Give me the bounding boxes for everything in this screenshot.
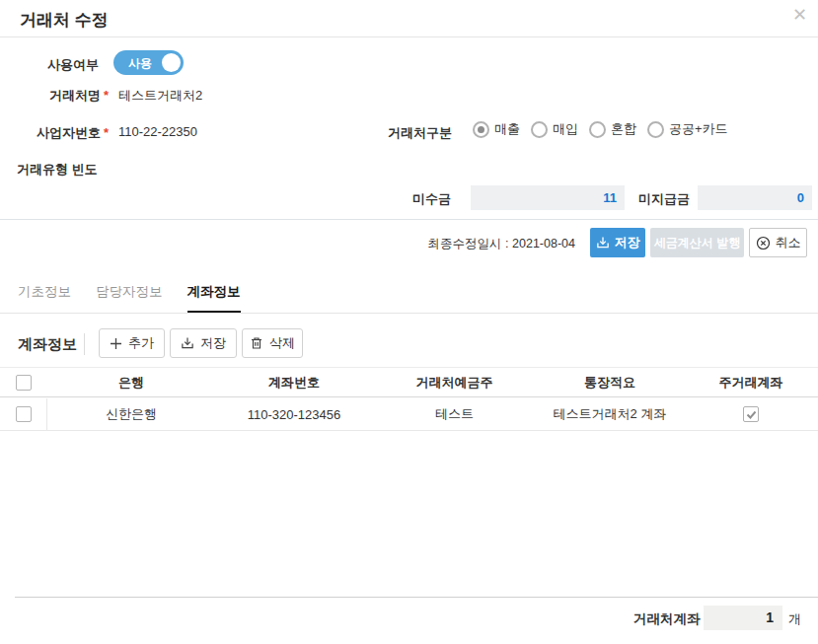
tab-account-info[interactable]: 계좌정보 — [187, 283, 241, 314]
plus-icon — [110, 337, 122, 350]
save-account-button[interactable]: 저장 — [170, 328, 237, 358]
radio-unselected-icon — [531, 121, 548, 138]
form-divider — [0, 219, 818, 220]
cancel-button-label: 취소 — [776, 234, 801, 251]
radio-sales[interactable]: 매출 — [473, 120, 520, 138]
page-title: 거래처 수정 — [20, 9, 109, 32]
delete-button-label: 삭제 — [269, 334, 295, 352]
last-modified-label: 최종수정일시 : — [428, 237, 509, 250]
download-icon — [596, 236, 610, 250]
radio-label: 혼합 — [611, 120, 636, 138]
business-number-label: 사업자번호* — [0, 124, 109, 142]
vendor-edit-dialog: 거래처 수정 ✕ 사용여부 사용 거래처명* 테스트거래처2 사업자번호* 11… — [0, 0, 818, 644]
account-section-title: 계좌정보 — [18, 335, 77, 354]
vendor-type-label: 거래처구분 — [388, 124, 452, 142]
trash-icon — [250, 336, 263, 350]
use-status-toggle[interactable]: 사용 — [113, 50, 184, 75]
tax-invoice-button[interactable]: 세금계산서 발행 — [650, 228, 744, 257]
cell-bank: 신한은행 — [47, 405, 215, 423]
header-divider — [0, 36, 818, 37]
vendor-name-label-text: 거래처명 — [49, 88, 101, 103]
column-header-bank: 은행 — [47, 374, 215, 392]
save-button-label: 저장 — [200, 334, 226, 352]
radio-public-card[interactable]: 공공+카드 — [647, 120, 728, 138]
column-header-primary: 주거래계좌 — [684, 374, 818, 392]
close-icon[interactable]: ✕ — [792, 6, 807, 24]
footer-divider — [15, 597, 818, 598]
cell-account-number: 110-320-123456 — [215, 407, 373, 422]
tax-invoice-button-label: 세금계산서 발행 — [654, 235, 740, 251]
cell-memo: 테스트거래처2 계좌 — [536, 405, 684, 423]
save-button-label: 저장 — [615, 234, 640, 251]
account-table-header: 은행 계좌번호 거래처예금주 통장적요 주거래계좌 — [0, 367, 818, 397]
primary-account-checkbox[interactable] — [743, 406, 759, 422]
table-row: 신한은행 110-320-123456 테스트 테스트거래처2 계좌 — [0, 398, 818, 431]
last-modified-date: 2021-08-04 — [512, 237, 575, 250]
add-button-label: 추가 — [128, 334, 154, 352]
cell-holder: 테스트 — [373, 405, 536, 423]
circle-x-icon — [756, 236, 771, 250]
section-divider — [84, 333, 85, 355]
row-checkbox[interactable] — [16, 406, 32, 422]
radio-mixed[interactable]: 혼합 — [589, 120, 636, 138]
radio-purchase[interactable]: 매입 — [531, 120, 578, 138]
delete-account-button[interactable]: 삭제 — [242, 328, 303, 358]
download-icon — [181, 336, 194, 350]
business-number-label-text: 사업자번호 — [37, 125, 101, 140]
column-header-holder: 거래처예금주 — [373, 374, 536, 392]
last-modified: 최종수정일시 : 2021-08-04 — [428, 236, 575, 252]
receivable-label: 미수금 — [412, 190, 451, 208]
radio-label: 공공+카드 — [669, 120, 728, 138]
checkmark-icon — [746, 409, 757, 420]
tab-basic-info[interactable]: 기초정보 — [18, 283, 71, 314]
add-account-button[interactable]: 추가 — [99, 328, 165, 358]
vendor-name-label: 거래처명* — [0, 87, 109, 105]
tab-bar: 기초정보 담당자정보 계좌정보 — [18, 283, 241, 314]
tab-divider — [0, 313, 818, 314]
column-header-account-number: 계좌번호 — [215, 374, 373, 392]
radio-unselected-icon — [647, 121, 664, 138]
account-count-value: 1 — [704, 606, 782, 630]
toggle-state-label: 사용 — [128, 55, 152, 72]
radio-label: 매출 — [494, 120, 520, 138]
account-count-label: 거래처계좌 — [633, 610, 701, 628]
cancel-button[interactable]: 취소 — [749, 228, 807, 257]
payable-label: 미지급금 — [638, 190, 690, 208]
business-number-value[interactable]: 110-22-22350 — [118, 124, 197, 139]
receivable-value: 11 — [471, 185, 625, 210]
use-status-label: 사용여부 — [0, 56, 99, 74]
required-asterisk: * — [104, 88, 109, 103]
tab-contact-info[interactable]: 담당자정보 — [96, 283, 163, 314]
save-button[interactable]: 저장 — [590, 228, 645, 257]
vendor-name-value[interactable]: 테스트거래처2 — [118, 87, 202, 105]
required-asterisk: * — [104, 125, 109, 140]
select-all-checkbox[interactable] — [16, 375, 32, 391]
account-count-unit: 개 — [788, 610, 801, 628]
vendor-type-radio-group: 매출 매입 혼합 공공+카드 — [473, 120, 728, 138]
column-header-memo: 통장적요 — [536, 374, 684, 392]
transaction-type-freq-label: 거래유형 빈도 — [17, 161, 98, 179]
radio-selected-icon — [473, 121, 489, 138]
radio-label: 매입 — [553, 120, 578, 138]
toggle-knob-icon — [162, 53, 181, 72]
radio-unselected-icon — [589, 121, 606, 138]
payable-value: 0 — [698, 185, 812, 210]
